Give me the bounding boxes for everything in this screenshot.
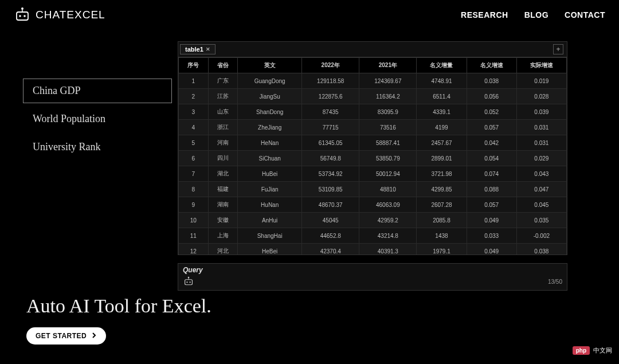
chevron-right-icon xyxy=(91,332,97,340)
table-cell: 2607.28 xyxy=(417,197,467,213)
table-cell: 42959.2 xyxy=(359,213,417,228)
table-cell: 6 xyxy=(179,151,209,166)
brand-name: CHATEXCEL xyxy=(36,9,105,21)
table-cell: -0.002 xyxy=(516,228,566,244)
table-cell: 61345.05 xyxy=(302,135,359,151)
query-title: Query xyxy=(183,266,562,274)
table-cell: HuNan xyxy=(238,197,302,213)
table-cell: 129118.58 xyxy=(302,73,359,89)
svg-point-3 xyxy=(19,15,21,17)
table-cell: 浙江 xyxy=(208,120,238,135)
table-row[interactable]: 9湖南HuNan48670.3746063.092607.280.0570.04… xyxy=(179,197,567,213)
table-cell: 8 xyxy=(179,182,209,197)
table-cell: 4748.91 xyxy=(417,73,467,89)
table-cell: 0.049 xyxy=(467,213,516,228)
table-cell: ZheJiang xyxy=(238,120,302,135)
robot-icon[interactable] xyxy=(183,276,194,287)
table-cell: 0.088 xyxy=(467,182,516,197)
table-row[interactable]: 1广东GuangDong129118.58124369.674748.910.0… xyxy=(179,73,567,89)
column-header[interactable]: 名义增量 xyxy=(417,58,467,73)
table-cell: 安徽 xyxy=(208,213,238,228)
tab-table1[interactable]: table1 ✕ xyxy=(180,44,216,54)
table-cell: 44652.8 xyxy=(302,228,359,244)
column-header[interactable]: 名义增速 xyxy=(467,58,516,73)
table-cell: 46063.09 xyxy=(359,197,417,213)
table-cell: 53734.92 xyxy=(302,166,359,182)
svg-rect-7 xyxy=(185,280,193,285)
table-cell: 50012.94 xyxy=(359,166,417,182)
table-cell: 2899.01 xyxy=(417,151,467,166)
table-cell: 0.045 xyxy=(516,197,566,213)
table-row[interactable]: 12河北HeBei42370.440391.31979.10.0490.038 xyxy=(179,244,567,256)
table-cell: 4339.1 xyxy=(417,104,467,120)
table-cell: 10 xyxy=(179,213,209,228)
tab-bar: table1 ✕ + xyxy=(178,41,567,57)
cta-label: GET STARTED xyxy=(36,332,87,340)
table-cell: 7 xyxy=(179,166,209,182)
sidebar-item-university-rank[interactable]: University Rank xyxy=(23,135,172,159)
table-row[interactable]: 8福建FuJian53109.85488104299.850.0880.047 xyxy=(179,182,567,197)
table-cell: SiChuan xyxy=(238,151,302,166)
table-cell: 江苏 xyxy=(208,89,238,104)
hero: Auto AI Tool for Excel. GET STARTED xyxy=(26,295,211,345)
table-row[interactable]: 3山东ShanDong8743583095.94339.10.0520.039 xyxy=(179,104,567,120)
table-row[interactable]: 5河南HeNan61345.0558887.412457.670.0420.03… xyxy=(179,135,567,151)
table-cell: 6511.4 xyxy=(417,89,467,104)
svg-point-9 xyxy=(189,281,190,283)
sidebar-item-world-population[interactable]: World Population xyxy=(23,107,172,131)
table-row[interactable]: 4浙江ZheJiang777157351641990.0570.031 xyxy=(179,120,567,135)
column-header[interactable]: 实际增速 xyxy=(516,58,566,73)
table-cell: 0.029 xyxy=(516,151,566,166)
table-cell: 87435 xyxy=(302,104,359,120)
close-icon[interactable]: ✕ xyxy=(206,46,210,52)
add-tab-button[interactable]: + xyxy=(553,44,563,54)
table-cell: 上海 xyxy=(208,228,238,244)
table-cell: 45045 xyxy=(302,213,359,228)
table-row[interactable]: 6四川SiChuan56749.853850.792899.010.0540.0… xyxy=(179,151,567,166)
table-cell: 9 xyxy=(179,197,209,213)
table-cell: 0.057 xyxy=(467,120,516,135)
table-cell: 0.038 xyxy=(516,244,566,256)
table-row[interactable]: 2江苏JiangSu122875.6116364.26511.40.0560.0… xyxy=(179,89,567,104)
table-cell: 0.039 xyxy=(516,104,566,120)
table-row[interactable]: 7湖北HuBei53734.9250012.943721.980.0740.04… xyxy=(179,166,567,182)
table-cell: 53109.85 xyxy=(302,182,359,197)
table-cell: 河南 xyxy=(208,135,238,151)
table-cell: 0.056 xyxy=(467,89,516,104)
table-cell: 0.054 xyxy=(467,151,516,166)
column-header[interactable]: 英文 xyxy=(238,58,302,73)
get-started-button[interactable]: GET STARTED xyxy=(26,327,106,345)
table-cell: 2457.67 xyxy=(417,135,467,151)
column-header[interactable]: 2021年 xyxy=(359,58,417,73)
content: table1 ✕ + 序号省份英文2022年2021年名义增量名义增速实际增速 … xyxy=(178,41,567,291)
column-header[interactable]: 省份 xyxy=(208,58,238,73)
table-cell: 58887.41 xyxy=(359,135,417,151)
table-cell: 40391.3 xyxy=(359,244,417,256)
table-cell: HuBei xyxy=(238,166,302,182)
table-cell: 4299.85 xyxy=(417,182,467,197)
table-cell: 0.052 xyxy=(467,104,516,120)
table-cell: 0.031 xyxy=(516,120,566,135)
table-cell: 湖南 xyxy=(208,197,238,213)
table-cell: 53850.79 xyxy=(359,151,417,166)
table-row[interactable]: 11上海ShangHai44652.843214.814380.033-0.00… xyxy=(179,228,567,244)
watermark-text: 中文网 xyxy=(593,346,612,355)
sidebar-item-china-gdp[interactable]: China GDP xyxy=(23,79,172,103)
table-cell: 73516 xyxy=(359,120,417,135)
tab-label: table1 xyxy=(185,46,203,53)
nav-research[interactable]: RESEARCH xyxy=(461,10,508,19)
nav-contact[interactable]: CONTACT xyxy=(565,10,605,19)
table-cell: 0.038 xyxy=(467,73,516,89)
nav-blog[interactable]: BLOG xyxy=(524,10,549,19)
column-header[interactable]: 序号 xyxy=(179,58,209,73)
table-cell: 0.028 xyxy=(516,89,566,104)
table-cell: 42370.4 xyxy=(302,244,359,256)
table-cell: 116364.2 xyxy=(359,89,417,104)
table-cell: 0.033 xyxy=(467,228,516,244)
column-header[interactable]: 2022年 xyxy=(302,58,359,73)
query-counter: 13/50 xyxy=(548,279,562,285)
table-cell: 43214.8 xyxy=(359,228,417,244)
logo[interactable]: CHATEXCEL xyxy=(14,7,105,23)
hero-title: Auto AI Tool for Excel. xyxy=(26,295,211,317)
table-row[interactable]: 10安徽AnHui4504542959.22085.80.0490.035 xyxy=(179,213,567,228)
